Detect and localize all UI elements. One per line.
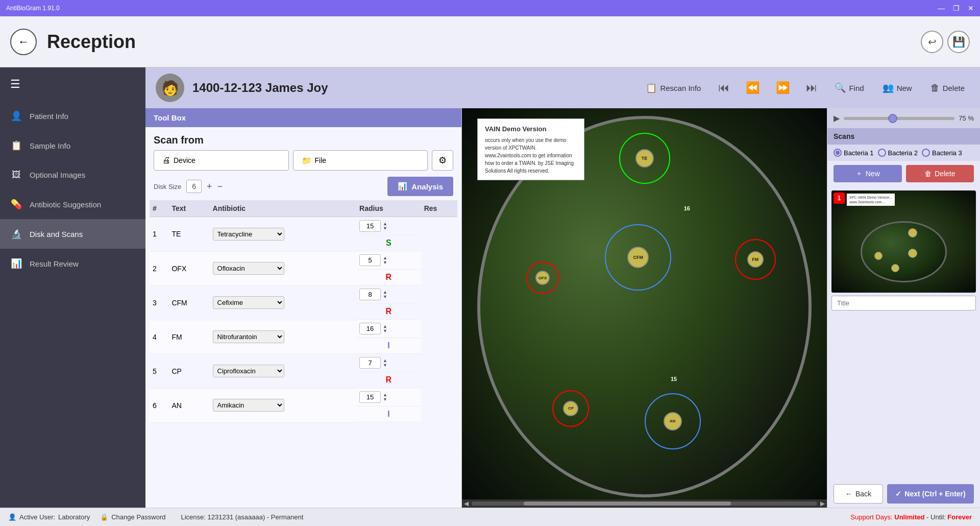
file-button[interactable]: 📁 File: [293, 150, 428, 171]
title-bar: AntiBioGram 1.91.0 — ❐ ✕: [0, 0, 980, 16]
device-button[interactable]: 🖨 Device: [154, 150, 289, 171]
scan-delete-button[interactable]: 🗑 Delete: [906, 165, 974, 182]
analysis-button[interactable]: 📊 Analysis: [387, 177, 453, 196]
ab-data-table: # Text Antibiotic Radius Res 1 TE Tetrac…: [150, 200, 457, 423]
antibiotic-select[interactable]: Amikacin: [213, 399, 284, 412]
sidebar-item-disk-and-scans[interactable]: 🔬 Disk and Scans: [0, 219, 145, 249]
scroll-right-btn[interactable]: ▶: [820, 500, 825, 507]
radius-down[interactable]: ▼: [383, 329, 387, 333]
radius-down[interactable]: ▼: [383, 260, 387, 265]
scans-panel: ▶ 75 % Scans Bacteria 1 Bacteria 2 Bacte…: [827, 108, 980, 508]
radius-input[interactable]: [359, 220, 381, 232]
middle-content: Tool Box Scan from 🖨 Device 📁 File ⚙: [145, 108, 980, 508]
close-btn[interactable]: ✕: [968, 4, 974, 12]
row-num: 6: [150, 388, 168, 422]
maximize-btn[interactable]: ❐: [953, 4, 960, 12]
disk-bottom-right-inner: AN: [664, 412, 682, 431]
zoom-slider[interactable]: [844, 117, 954, 120]
disk-size-plus[interactable]: +: [207, 181, 212, 192]
nav-first-button[interactable]: ⏮: [714, 79, 733, 97]
file-icon: 📁: [302, 156, 312, 165]
scroll-left-btn[interactable]: ◀: [464, 500, 469, 507]
window-controls[interactable]: — ❐ ✕: [938, 4, 974, 12]
radius-down[interactable]: ▼: [383, 363, 387, 368]
row-num: 3: [150, 285, 168, 320]
radius-down[interactable]: ▼: [383, 295, 387, 299]
pwd-icon: 🔒: [100, 513, 108, 521]
thumb-disk-2: [874, 252, 883, 260]
sidebar-item-antibiotic-suggestion[interactable]: 💊 Antibiotic Suggestion: [0, 189, 145, 219]
sidebar-icon-patient-info: 👤: [10, 110, 22, 122]
radius-input[interactable]: [359, 323, 381, 334]
radius-input[interactable]: [359, 391, 381, 403]
sidebar-item-optional-images[interactable]: 🖼 Optional Images: [0, 160, 145, 189]
antibiotic-select[interactable]: Nitrofurantoin: [213, 330, 284, 343]
play-button[interactable]: ▶: [834, 113, 840, 123]
antibiotic-select[interactable]: Cefixime: [213, 296, 284, 309]
disk-size-minus[interactable]: −: [217, 181, 223, 192]
device-icon: 🖨: [162, 156, 170, 165]
save-icon: 💾: [952, 36, 965, 48]
sidebar-item-patient-info[interactable]: 👤 Patient Info: [0, 101, 145, 131]
scan-image-bg: VAIN Demo Version occurs only when you u…: [462, 108, 827, 508]
radius-down[interactable]: ▼: [383, 397, 387, 402]
minimize-btn[interactable]: —: [938, 4, 945, 12]
back-nav-icon: ←: [845, 490, 852, 498]
nav-last-button[interactable]: ⏭: [802, 79, 821, 97]
bacteria-radio-1[interactable]: Bacteria 1: [834, 149, 874, 157]
antibiotic-select[interactable]: Tetracycline: [213, 228, 284, 241]
scan-thumbnail-container: 1 XPC-VAIN Demo Version...www.2vaintools…: [827, 186, 980, 480]
undo-icon: ↩: [928, 36, 937, 48]
row-antibiotic: Ciprofloxacin: [210, 354, 357, 388]
disk-top-inner: TE: [635, 149, 654, 168]
table-row: 4 FM Nitrofurantoin ▲ ▼ I: [150, 320, 457, 354]
rescan-info-button[interactable]: 📋 Rescan Info: [641, 79, 706, 97]
undo-button[interactable]: ↩: [921, 31, 943, 53]
row-text: FM: [168, 320, 209, 354]
main-layout: ☰ 👤 Patient Info 📋 Sample Info 🖼 Optiona…: [0, 67, 980, 508]
scan-title-input[interactable]: [831, 296, 976, 310]
nav-next-button[interactable]: ⏩: [772, 79, 794, 97]
bacteria-radio-3[interactable]: Bacteria 3: [922, 149, 962, 157]
horizontal-scrollbar[interactable]: ◀ ▶: [462, 499, 827, 508]
antibiotic-select[interactable]: Ofloxacin: [213, 262, 284, 275]
patient-actions: 📋 Rescan Info ⏮ ⏪ ⏩ ⏭ 🔍 Find 👥 New 🗑 Del: [641, 79, 970, 97]
scan-new-button[interactable]: ＋ New: [834, 165, 902, 182]
scan-thumbnail[interactable]: XPC-VAIN Demo Version...www.2vaintools.c…: [831, 190, 976, 293]
row-text: TE: [168, 217, 209, 252]
back-button[interactable]: ←: [10, 29, 37, 55]
menu-icon[interactable]: ☰: [0, 67, 145, 101]
patient-name: 1400-12-123 James Joy: [192, 81, 328, 95]
new-icon: 👥: [883, 82, 894, 93]
sidebar-item-result-review[interactable]: 📊 Result Review: [0, 249, 145, 278]
radius-input[interactable]: [359, 289, 381, 300]
user-icon: 👤: [8, 513, 16, 521]
radius-spinners: ▲ ▼: [383, 290, 387, 299]
app-name: AntiBioGram 1.91.0: [6, 5, 60, 12]
nav-prev-button[interactable]: ⏪: [742, 79, 764, 97]
settings-button[interactable]: ⚙: [432, 150, 453, 171]
thumb-disk-1: [908, 228, 917, 237]
res-badge: I: [356, 407, 421, 422]
back-nav-button[interactable]: ← Back: [834, 484, 883, 504]
zoom-slider-thumb[interactable]: [888, 114, 897, 123]
new-patient-button[interactable]: 👥 New: [877, 79, 917, 97]
sidebar-item-sample-info[interactable]: 📋 Sample Info: [0, 131, 145, 160]
next-nav-button[interactable]: ✓ Next (Ctrl + Enter): [887, 484, 974, 504]
thumb-disk-3: [908, 249, 917, 258]
bacteria-radio-2[interactable]: Bacteria 2: [878, 149, 918, 157]
settings-icon: ⚙: [438, 155, 447, 165]
row-text: CP: [168, 354, 209, 388]
row-radius: ▲ ▼: [356, 251, 421, 270]
sidebar-icon-sample-info: 📋: [10, 140, 22, 151]
save-button[interactable]: 💾: [947, 31, 970, 53]
antibiotic-select[interactable]: Ciprofloxacin: [213, 365, 284, 377]
delete-patient-button[interactable]: 🗑 Delete: [925, 80, 970, 97]
thumb-petri: [861, 221, 947, 282]
find-button[interactable]: 🔍 Find: [829, 79, 869, 97]
radius-input[interactable]: [359, 254, 381, 266]
radius-input[interactable]: [359, 357, 381, 369]
radius-down[interactable]: ▼: [383, 226, 387, 231]
change-password-button[interactable]: 🔒 Change Password: [100, 513, 165, 521]
scroll-track: [472, 501, 817, 506]
